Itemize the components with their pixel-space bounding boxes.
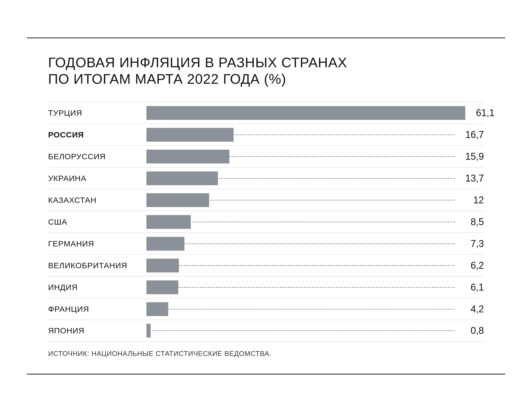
chart-title: ГОДОВАЯ ИНФЛЯЦИЯ В РАЗНЫХ СТРАНАХ ПО ИТО…	[48, 54, 484, 87]
country-label: ЯПОНИЯ	[48, 326, 146, 335]
bar-row: ИНДИЯ6,1	[48, 276, 484, 298]
bar-fill	[146, 128, 234, 142]
title-line1: ГОДОВАЯ ИНФЛЯЦИЯ В РАЗНЫХ СТРАНАХ	[48, 55, 347, 70]
bar-row: ЯПОНИЯ0,8	[48, 320, 484, 342]
bar-track	[146, 146, 455, 167]
dotted-line	[146, 222, 455, 222]
country-label: КАЗАХСТАН	[48, 196, 146, 205]
bar-row: ВЕЛИКОБРИТАНИЯ6,2	[48, 254, 484, 276]
bar-row: ФРАНЦИЯ4,2	[48, 298, 484, 320]
value-label: 7,3	[455, 238, 484, 249]
bar-row: ТУРЦИЯ61,1	[48, 102, 484, 124]
bars-area: ТУРЦИЯ61,1РОССИЯ16,7БЕЛОРУССИЯ15,9УКРАИН…	[48, 102, 484, 342]
country-label: ИНДИЯ	[48, 283, 146, 292]
value-label: 15,9	[455, 151, 484, 162]
bar-track	[146, 255, 455, 276]
bar-fill	[146, 171, 218, 185]
country-label: ГЕРМАНИЯ	[48, 239, 146, 248]
dotted-line	[146, 243, 455, 244]
value-label: 12	[455, 195, 484, 206]
bar-fill	[146, 237, 184, 251]
bar-track	[146, 233, 455, 254]
bar-fill	[146, 324, 151, 338]
value-label: 8,5	[455, 216, 484, 228]
bar-fill	[146, 106, 465, 120]
dotted-line	[146, 330, 455, 331]
bar-row: РОССИЯ16,7	[48, 124, 484, 145]
bar-track	[146, 211, 455, 233]
country-label: УКРАИНА	[48, 174, 146, 183]
country-label: ВЕЛИКОБРИТАНИЯ	[48, 261, 146, 270]
value-label: 6,1	[455, 282, 484, 293]
dotted-line	[146, 287, 455, 288]
value-label: 61,1	[465, 107, 495, 119]
bar-track	[146, 124, 455, 145]
bar-track	[146, 320, 455, 341]
country-label: США	[48, 217, 146, 226]
bar-fill	[146, 280, 178, 294]
bar-track	[146, 167, 455, 189]
bar-fill	[146, 302, 168, 316]
bar-fill	[146, 215, 191, 229]
bar-fill	[146, 193, 209, 207]
title-line2: ПО ИТОГАМ МАРТА 2022 ГОДА (%)	[48, 71, 286, 87]
source-text: ИСТОЧНИК: НАЦИОНАЛЬНЫЕ СТАТИСТИЧЕСКИЕ ВЕ…	[48, 350, 484, 358]
bar-track	[146, 298, 455, 320]
bar-track	[146, 102, 465, 124]
bar-row: КАЗАХСТАН12	[48, 189, 484, 211]
bar-fill	[146, 150, 229, 163]
value-label: 6,2	[455, 260, 484, 271]
bar-track	[146, 189, 455, 211]
value-label: 0,8	[455, 325, 484, 336]
bar-fill	[146, 259, 179, 272]
value-label: 16,7	[455, 129, 484, 140]
bar-row: УКРАИНА13,7	[48, 167, 484, 189]
country-label: ФРАНЦИЯ	[48, 305, 146, 314]
bar-row: БЕЛОРУССИЯ15,9	[48, 145, 484, 167]
country-label: РОССИЯ	[48, 130, 146, 139]
bar-row: ГЕРМАНИЯ7,3	[48, 233, 484, 254]
bar-row: США8,5	[48, 211, 484, 233]
country-label: БЕЛОРУССИЯ	[48, 152, 146, 161]
chart-container: ГОДОВАЯ ИНФЛЯЦИЯ В РАЗНЫХ СТРАНАХ ПО ИТО…	[27, 37, 505, 375]
country-label: ТУРЦИЯ	[48, 108, 146, 117]
dotted-line	[146, 309, 455, 309]
dotted-line	[146, 265, 455, 266]
value-label: 4,2	[455, 304, 484, 315]
value-label: 13,7	[455, 173, 484, 184]
bar-track	[146, 276, 455, 298]
